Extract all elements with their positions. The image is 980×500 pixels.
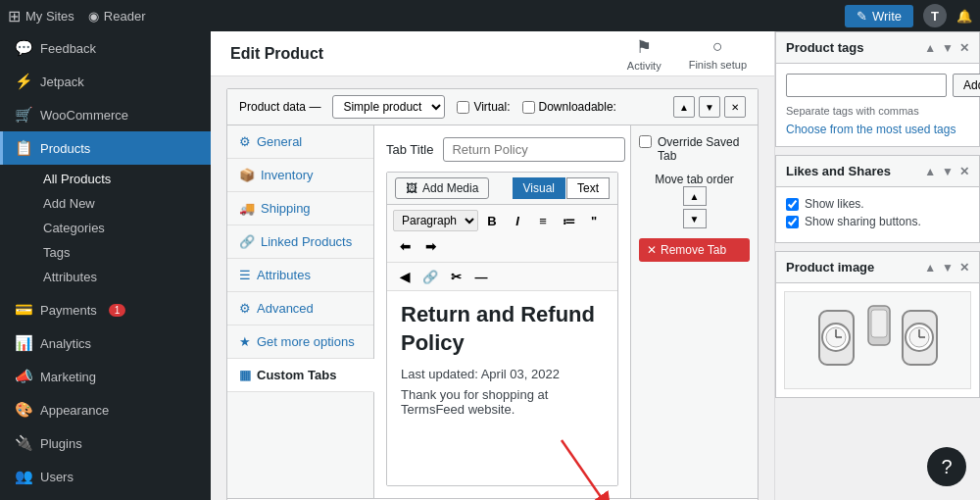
tags-up-btn[interactable]: ▲ — [924, 41, 936, 55]
product-image-placeholder[interactable] — [784, 291, 971, 389]
blockquote-button[interactable]: " — [582, 209, 606, 232]
sidebar-item-plugins[interactable]: 🔌 Plugins — [0, 426, 211, 460]
sidebar-item-feedback[interactable]: 💬 Feedback — [0, 31, 211, 65]
add-media-button[interactable]: 🖼 Add Media — [395, 177, 489, 199]
jetpack-icon: ⚡ — [15, 73, 32, 90]
link-button[interactable]: 🔗 — [418, 265, 442, 288]
sidebar-item-jetpack[interactable]: ⚡ Jetpack — [0, 65, 211, 98]
sidebar-item-woocommerce[interactable]: 🛒 WooCommerce — [0, 98, 211, 131]
tab-inventory[interactable]: 📦 Inventory — [227, 159, 373, 192]
chat-bubble[interactable]: ? — [927, 447, 966, 486]
reader-link[interactable]: ◉ Reader — [88, 9, 146, 24]
italic-button[interactable]: I — [506, 209, 529, 232]
show-sharing-label[interactable]: Show sharing buttons. — [786, 215, 969, 228]
likes-down-btn[interactable]: ▼ — [942, 165, 954, 178]
remove-tab-button[interactable]: ✕ Remove Tab — [639, 238, 750, 262]
tag-input[interactable] — [786, 74, 947, 97]
editor-heading: Return and Refund Policy — [401, 301, 604, 357]
wordpress-icon: ⊞ — [8, 7, 21, 25]
all-products-link[interactable]: All Products — [35, 167, 211, 191]
sidebar-item-payments[interactable]: 💳 Payments 1 — [0, 293, 211, 326]
editor-mode-buttons: Visual Text — [513, 177, 610, 199]
paragraph-select[interactable]: Paragraph — [393, 210, 478, 231]
notifications-icon[interactable]: 🔔 — [956, 9, 972, 24]
likes-up-btn[interactable]: ▲ — [924, 165, 936, 178]
show-likes-checkbox[interactable] — [786, 198, 799, 211]
unlink-button[interactable]: ✂ — [444, 265, 467, 288]
editor-body[interactable]: Return and Refund Policy Last updated: A… — [387, 291, 617, 485]
remove-tab-label: Remove Tab — [661, 243, 726, 257]
move-tab-up-arrow[interactable]: ▲ — [683, 186, 707, 206]
svg-rect-7 — [871, 310, 887, 337]
hr-button[interactable]: — — [469, 265, 493, 288]
appearance-icon: 🎨 — [15, 401, 32, 419]
sidebar-item-appearance[interactable]: 🎨 Appearance — [0, 393, 211, 426]
move-tab-section: Move tab order ▲ ▼ — [639, 173, 750, 228]
move-tab-down-arrow[interactable]: ▼ — [683, 209, 707, 228]
text-mode-button[interactable]: Text — [566, 177, 610, 199]
downloadable-checkbox[interactable] — [522, 101, 535, 114]
sidebar: 💬 Feedback ⚡ Jetpack 🛒 WooCommerce 📋 Pro… — [0, 31, 211, 500]
ul-button[interactable]: ≡ — [531, 209, 555, 232]
align-left-button[interactable]: ⬅ — [393, 234, 416, 258]
tab-custom-tabs[interactable]: ▦ Custom Tabs — [227, 359, 374, 392]
tags-link[interactable]: Tags — [35, 240, 211, 265]
tags-down-btn[interactable]: ▼ — [942, 41, 954, 55]
override-saved-tab-checkbox-label[interactable]: Override Saved Tab — [639, 135, 750, 163]
attributes-link[interactable]: Attributes — [35, 265, 211, 289]
panel-up-arrow[interactable]: ▲ — [673, 96, 695, 118]
tag-input-row: Add — [786, 74, 969, 97]
sidebar-item-tools[interactable]: 🔧 Tools — [0, 493, 211, 500]
marketing-icon: 📣 — [15, 368, 32, 385]
user-avatar[interactable]: T — [923, 4, 947, 27]
woocommerce-icon: 🛒 — [15, 106, 32, 124]
image-close-btn[interactable]: ✕ — [959, 261, 969, 275]
activity-button[interactable]: ⚑ Activity — [619, 32, 669, 75]
tags-close-btn[interactable]: ✕ — [959, 41, 969, 55]
likes-close-btn[interactable]: ✕ — [959, 165, 969, 178]
product-image-area — [776, 283, 979, 397]
sidebar-item-products[interactable]: 📋 Products — [0, 131, 211, 165]
add-new-link[interactable]: Add New — [35, 191, 211, 216]
sidebar-item-analytics[interactable]: 📊 Analytics — [0, 326, 211, 360]
sidebar-item-users[interactable]: 👥 Users — [0, 460, 211, 493]
categories-link[interactable]: Categories — [35, 216, 211, 240]
tab-get-more-options[interactable]: ★ Get more options — [227, 325, 373, 359]
tab-advanced[interactable]: ⚙ Advanced — [227, 292, 373, 325]
image-up-btn[interactable]: ▲ — [924, 261, 936, 275]
tab-title-input[interactable] — [443, 137, 625, 162]
tab-attributes[interactable]: ☰ Attributes — [227, 259, 373, 292]
ol-button[interactable]: ≔ — [557, 209, 580, 232]
bold-button[interactable]: B — [480, 209, 504, 232]
editor-paragraph2: Thank you for shopping at TermsFeed webs… — [401, 387, 604, 417]
product-type-select[interactable]: Simple product — [332, 95, 445, 119]
tab-general[interactable]: ⚙ General — [227, 125, 373, 159]
main-content: Product data — Simple product Virtual: D… — [211, 76, 774, 500]
align-right-button[interactable]: ➡ — [418, 234, 442, 258]
most-used-tags-link[interactable]: Choose from the most used tags — [786, 123, 956, 136]
image-down-btn[interactable]: ▼ — [942, 261, 954, 275]
analytics-icon: 📊 — [15, 334, 32, 352]
finish-setup-button[interactable]: ○ Finish setup — [681, 32, 755, 75]
panel-close-arrow[interactable]: ✕ — [724, 96, 746, 118]
override-saved-tab-checkbox[interactable] — [639, 135, 652, 148]
product-image-svg — [809, 296, 947, 384]
panel-down-arrow[interactable]: ▼ — [699, 96, 720, 118]
show-sharing-text: Show sharing buttons. — [805, 215, 921, 228]
media-icon: 🖼 — [406, 181, 417, 195]
align-full-left-button[interactable]: ◀ — [393, 265, 416, 288]
page-title: Edit Product — [230, 45, 323, 63]
virtual-checkbox[interactable] — [457, 101, 469, 114]
finish-setup-icon: ○ — [712, 36, 723, 57]
tab-shipping[interactable]: 🚚 Shipping — [227, 192, 373, 225]
add-tag-button[interactable]: Add — [953, 74, 980, 97]
visual-mode-button[interactable]: Visual — [513, 177, 565, 199]
write-button[interactable]: ✎ Write — [845, 5, 913, 27]
likes-shares-header: Likes and Shares ▲ ▼ ✕ — [776, 156, 979, 187]
show-sharing-checkbox[interactable] — [786, 216, 799, 228]
my-sites-label: My Sites — [25, 9, 74, 24]
sidebar-item-marketing[interactable]: 📣 Marketing — [0, 360, 211, 393]
show-likes-label[interactable]: Show likes. — [786, 197, 969, 211]
my-sites-link[interactable]: ⊞ My Sites — [8, 7, 74, 25]
tab-linked-products[interactable]: 🔗 Linked Products — [227, 225, 373, 259]
